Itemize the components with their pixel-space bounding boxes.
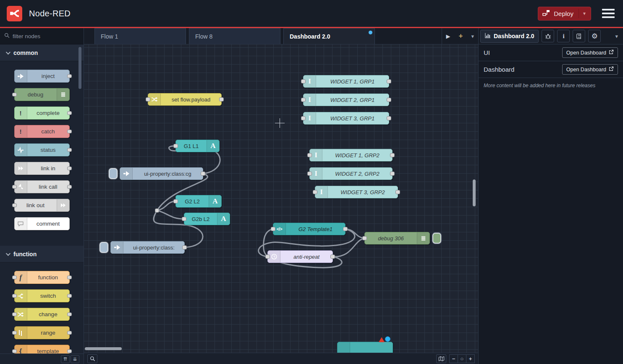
node-debug-306[interactable]: debug 306	[364, 232, 430, 244]
palette-node-template[interactable]: { template	[14, 345, 70, 354]
canvas-horizontal-scrollbar[interactable]	[85, 347, 122, 350]
open-dashboard-button[interactable]: Open Dashboard	[562, 47, 618, 58]
wire[interactable]	[157, 211, 184, 219]
input-port[interactable]	[307, 153, 312, 157]
output-port[interactable]	[395, 190, 400, 194]
node-set-flow-payload[interactable]: set flow.payload	[148, 93, 222, 106]
output-port[interactable]	[330, 255, 335, 259]
palette-node-link-in[interactable]: link in	[14, 162, 70, 175]
input-port[interactable]	[146, 97, 150, 101]
output-port[interactable]	[182, 245, 187, 250]
debug-toggle-button[interactable]	[432, 233, 441, 244]
node-partial-bottom[interactable]	[337, 342, 393, 353]
input-port[interactable]	[182, 217, 186, 221]
node-ui-property-class-cg[interactable]: ui-property:class:cg	[120, 167, 203, 180]
tab-flow-8[interactable]: Flow 8	[189, 28, 280, 44]
palette-node-debug[interactable]: debug	[14, 88, 70, 101]
output-port[interactable]	[343, 227, 348, 231]
deploy-button[interactable]: Deploy ▾	[538, 7, 591, 21]
debug-sidebar-button[interactable]	[542, 30, 554, 42]
tab-dashboard-2-0[interactable]: Dashboard 2.0	[283, 28, 375, 44]
inject-button[interactable]	[109, 168, 118, 179]
node-widget-2-grp1[interactable]: I WIDGET 2, GRP1	[303, 94, 389, 106]
navigator-map-button[interactable]	[436, 354, 446, 363]
node-g1-l1[interactable]: G1 L1 A	[175, 140, 220, 152]
palette-node-comment[interactable]: comment	[14, 217, 70, 230]
wire[interactable]	[333, 238, 364, 257]
node-anti-repeat[interactable]: anti-repeat	[267, 250, 333, 263]
collapse-all-button[interactable]: ⇈	[61, 355, 70, 363]
expand-all-button[interactable]: ⇊	[71, 355, 79, 363]
input-port[interactable]	[362, 236, 367, 240]
palette-node-function[interactable]: f function	[14, 271, 70, 284]
output-port[interactable]	[390, 153, 395, 157]
input-port[interactable]	[301, 98, 306, 102]
wire-junction[interactable]	[155, 208, 159, 213]
sidebar-tab-dashboard[interactable]: Dashboard 2.0	[480, 30, 539, 43]
output-port[interactable]	[387, 79, 391, 83]
output-port[interactable]	[390, 172, 395, 176]
node-widget-1-grp2[interactable]: I WIDGET 1, GRP2	[309, 149, 393, 161]
zoom-in-button[interactable]: +	[466, 354, 475, 363]
chevron-down-icon	[6, 49, 10, 54]
palette-category-common[interactable]: common	[0, 44, 84, 61]
sidebar-options-caret[interactable]: ▾	[615, 33, 621, 39]
input-port[interactable]	[313, 190, 317, 194]
output-port[interactable]	[201, 172, 205, 176]
input-port[interactable]	[173, 199, 178, 203]
input-port[interactable]	[265, 255, 270, 259]
flow-tab-bar: Flow 1 Flow 8 Dashboard 2.0 ▶ + ▾	[84, 28, 478, 44]
settings-gear-button[interactable]: ⚙	[588, 30, 601, 42]
node-widget-3-grp1[interactable]: I WIDGET 3, GRP1	[303, 112, 389, 125]
canvas-vertical-scrollbar[interactable]	[473, 179, 476, 206]
palette-node-switch[interactable]: switch	[14, 289, 70, 302]
open-dashboard-button[interactable]: Open Dashboard	[562, 64, 618, 75]
palette-node-status[interactable]: status	[14, 143, 70, 156]
palette-category-function[interactable]: function	[0, 246, 84, 263]
node-widget-3-grp2[interactable]: I WIDGET 3, GRP2	[315, 186, 398, 198]
zoom-reset-button[interactable]: ○	[458, 354, 466, 363]
tab-flow-1[interactable]: Flow 1	[94, 28, 186, 44]
palette-search[interactable]	[0, 28, 84, 44]
node-g2b-l2[interactable]: G2b L2 A	[184, 213, 230, 225]
help-book-button[interactable]	[573, 30, 585, 42]
zoom-out-button[interactable]: −	[449, 354, 458, 363]
font-icon: A	[209, 195, 221, 207]
debug-list-icon	[417, 232, 429, 244]
search-flows-button[interactable]	[87, 354, 97, 363]
input-port[interactable]	[301, 116, 306, 120]
app-title: Node-RED	[29, 9, 71, 18]
flow-canvas[interactable]: set flow.payload I WIDGET 1, GRP1 I WIDG…	[84, 44, 478, 353]
input-port[interactable]	[173, 144, 178, 148]
node-g2-l2[interactable]: G2 L2 A	[175, 195, 222, 208]
palette-node-link-call[interactable]: link call	[14, 180, 70, 193]
search-icon	[4, 32, 10, 40]
palette-node-catch[interactable]: ! catch	[14, 125, 70, 138]
palette-node-link-out[interactable]: link out	[14, 199, 70, 212]
palette-node-complete[interactable]: ! complete	[14, 107, 70, 120]
input-port[interactable]	[307, 172, 312, 176]
flow-list-caret[interactable]: ▾	[471, 33, 474, 39]
input-port[interactable]	[301, 79, 306, 83]
output-port[interactable]	[387, 98, 391, 102]
input-port[interactable]	[271, 227, 275, 231]
palette-node-range[interactable]: range	[14, 326, 70, 339]
info-sidebar-button[interactable]: i	[557, 30, 570, 42]
deploy-options-caret[interactable]: ▾	[578, 9, 586, 18]
output-port[interactable]	[387, 116, 391, 120]
tab-scroll-right-button[interactable]: ▶	[446, 33, 450, 39]
palette-node-change[interactable]: change	[14, 308, 70, 321]
node-ui-property-class[interactable]: ui-property:class:	[110, 241, 185, 254]
sidebar-note: More content will be added here in futur…	[479, 78, 623, 93]
node-widget-1-grp1[interactable]: I WIDGET 1, GRP1	[303, 75, 389, 88]
filter-nodes-input[interactable]	[13, 33, 76, 39]
palette-scrollbar[interactable]	[79, 47, 81, 89]
inject-button[interactable]	[99, 242, 108, 253]
app-header: Node-RED Deploy ▾	[0, 0, 623, 27]
main-menu-button[interactable]	[600, 7, 616, 20]
output-port[interactable]	[219, 97, 224, 101]
add-flow-button[interactable]: +	[459, 32, 463, 40]
node-widget-2-grp2[interactable]: I WIDGET 2, GRP2	[309, 167, 393, 180]
node-g2-template1[interactable]: </> G2 Template1	[273, 223, 346, 235]
palette-node-inject[interactable]: inject	[14, 70, 70, 83]
